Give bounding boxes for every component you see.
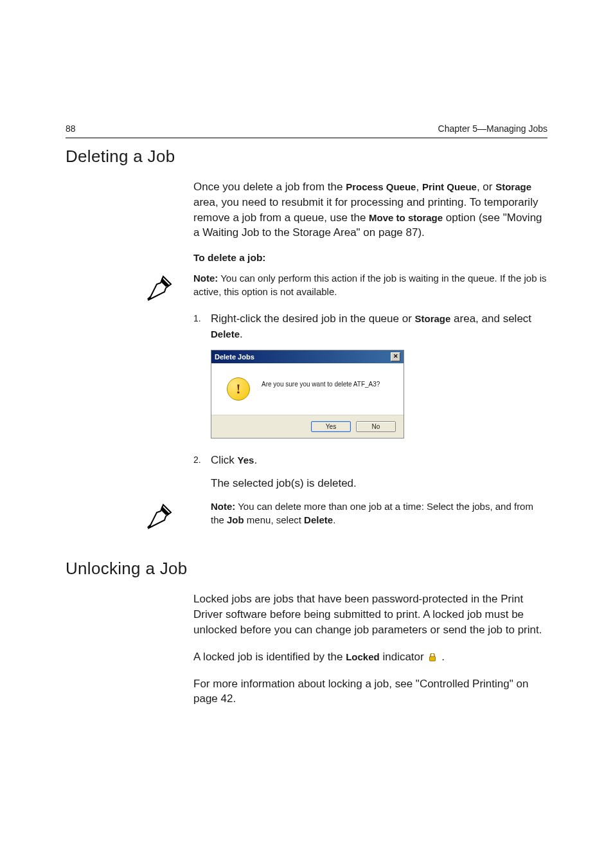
dialog-no-button[interactable]: No [356,421,396,432]
to-delete-subheading: To delete a job: [193,252,547,264]
print-queue-label: Print Queue [422,181,477,192]
job-menu-label: Job [227,514,244,525]
dialog-close-button[interactable]: ✕ [391,352,400,361]
dialog-message: Are you sure you want to delete ATF_A3? [262,381,380,397]
step-1-text: Right-click the desired job in the queue… [211,311,547,342]
note-2-text: Note: You can delete more than one job a… [211,500,547,527]
step-1-number: 1. [193,311,211,342]
dialog-button-row: Yes No [211,415,404,438]
exclamation-icon: ! [236,381,240,397]
delete-intro-paragraph: Once you delete a job from the Process Q… [193,179,547,240]
step-2-result: The selected job(s) is deleted. [211,476,547,491]
dialog-titlebar: Delete Jobs ✕ [211,350,404,363]
pushpin-icon [145,501,175,530]
dialog-yes-button[interactable]: Yes [311,421,351,432]
chapter-label: Chapter 5—Managing Jobs [438,123,547,134]
unlock-para-1: Locked jobs are jobs that have been pass… [193,592,547,637]
dialog-title: Delete Jobs [215,353,254,361]
warning-icon: ! [227,377,250,401]
move-to-storage-label: Move to storage [369,212,443,223]
note-block-2: Note: You can delete more than one job a… [211,500,547,527]
dialog-body: ! Are you sure you want to delete ATF_A3… [211,363,404,415]
step-2-number: 2. [193,453,211,468]
delete-menu-label: Delete [304,514,333,525]
storage-label: Storage [495,181,531,192]
process-queue-label: Process Queue [346,181,416,192]
pushpin-icon [145,273,175,302]
unlocking-job-heading: Unlocking a Job [66,559,547,579]
page-header: 88 Chapter 5—Managing Jobs [66,123,547,136]
note-block-1: Note: You can only perform this action i… [193,271,547,298]
step-2-text: Click Yes. [211,453,257,468]
page-number: 88 [66,123,76,134]
delete-jobs-dialog: Delete Jobs ✕ ! Are you sure you want to… [211,350,404,439]
storage-area-label: Storage [415,313,451,324]
delete-label: Delete [211,329,240,339]
unlock-para-3: For more information about locking a job… [193,676,547,707]
step-2: 2. Click Yes. [193,453,547,468]
header-divider [66,138,547,138]
lock-icon [428,653,437,662]
svg-rect-0 [430,656,436,661]
unlock-para-2: A locked job is identified by the Locked… [193,649,547,665]
step-1: 1. Right-click the desired job in the qu… [193,311,547,342]
yes-label: Yes [238,455,254,466]
note-1-text: Note: You can only perform this action i… [193,271,547,298]
locked-indicator-label: Locked [346,651,380,662]
deleting-job-heading: Deleting a Job [66,147,547,167]
